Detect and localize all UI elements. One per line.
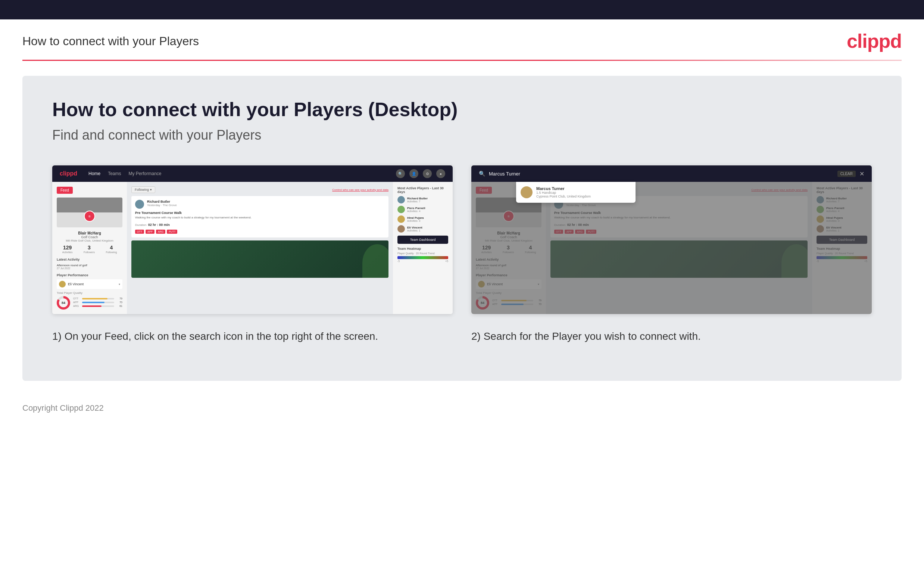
stat-followers: 3 Followers (84, 245, 95, 254)
following-button[interactable]: Following ▾ (131, 186, 155, 193)
player-info-3: Hiral Pujara Activities: 3 (407, 216, 448, 222)
activity-tags: OTT APP ARG PUTT (135, 230, 385, 234)
player-perf-title: Player Performance (57, 273, 122, 277)
activity-card: Richard Butler Yesterday · The Grove Pre… (131, 196, 388, 237)
active-player-2: Piers Parnell Activities: 4 (397, 206, 448, 213)
quality-donut: 84 (57, 296, 70, 310)
screenshot-1-wrapper: clippd Home Teams My Performance 🔍 👤 ⚙ ● (52, 166, 453, 351)
footer: Copyright Clippd 2022 (0, 396, 924, 421)
screenshots-grid: clippd Home Teams My Performance 🔍 👤 ⚙ ● (52, 166, 872, 351)
quality-score: 84 (61, 301, 65, 305)
activity-image (131, 240, 388, 278)
activity-title: Pre Tournament Course Walk (135, 211, 385, 215)
active-players-title: Most Active Players - Last 30 days (397, 186, 448, 194)
latest-activity-section: Latest Activity Afternoon round of golf … (57, 258, 122, 270)
tag-app: APP (146, 230, 154, 234)
mini-player-select[interactable]: Eli Vincent ▾ (57, 279, 122, 289)
mini-app-1: clippd Home Teams My Performance 🔍 👤 ⚙ ● (52, 166, 453, 314)
main-heading: How to connect with your Players (Deskto… (52, 98, 872, 120)
team-dashboard-btn[interactable]: Team Dashboard (397, 235, 448, 244)
logo: clippd (847, 30, 901, 52)
activity-desc: Walking the course with my coach to buil… (135, 216, 385, 219)
clear-button[interactable]: CLEAR (837, 170, 856, 177)
mini-profile-role: Golf Coach (57, 235, 122, 239)
activity-header: Richard Butler Yesterday · The Grove (135, 200, 385, 209)
mini-player-name: Eli Vincent (68, 282, 117, 286)
mini-profile-area: B (57, 198, 122, 227)
mini-search-bar: 🔍 CLEAR ✕ (471, 166, 872, 182)
main-content: How to connect with your Players (Deskto… (23, 76, 901, 381)
chevron-down-icon: ▾ (119, 283, 120, 286)
screenshot-2: 🔍 CLEAR ✕ Marcus Turner 1.5 Handicap (471, 166, 872, 314)
activity-user-name: Richard Butler (147, 200, 177, 203)
latest-activity-label: Latest Activity (57, 258, 122, 261)
mini-nav-icons: 🔍 👤 ⚙ ● (396, 169, 445, 178)
screenshot-2-wrapper: 🔍 CLEAR ✕ Marcus Turner 1.5 Handicap (471, 166, 872, 351)
search-icon[interactable]: 🔍 (396, 169, 405, 178)
mini-profile-name: Blair McHarg (57, 231, 122, 235)
total-quality-label: Total Player Quality (57, 291, 122, 295)
search-result-item[interactable]: Marcus Turner 1.5 Handicap Cypress Point… (521, 186, 631, 198)
duration-row: Duration 02 hr : 00 min (135, 221, 385, 227)
main-subheading: Find and connect with your Players (52, 127, 872, 143)
mini-left-panel-1: Feed B Blair McHarg Golf Coach Mill Ride… (52, 182, 127, 314)
activity-meta: Yesterday · The Grove (147, 203, 177, 207)
mini-profile-bg (57, 198, 122, 213)
player-info-1: Richard Butler Activities: 7 (407, 197, 448, 203)
heatmap-bar (397, 256, 448, 259)
step-1-description: 1) On your Feed, click on the search ico… (52, 314, 453, 351)
settings-icon[interactable]: ⚙ (423, 169, 432, 178)
stat-activities: 129 Activities (62, 245, 73, 254)
mini-nav-teams[interactable]: Teams (108, 171, 121, 176)
search-input[interactable] (489, 171, 834, 177)
latest-activity-date: 27 Jul 2022 (57, 267, 122, 270)
result-info: Marcus Turner 1.5 Handicap Cypress Point… (536, 186, 591, 198)
profile-icon[interactable]: 👤 (409, 169, 418, 178)
close-icon[interactable]: ✕ (859, 170, 864, 177)
stat-following: 4 Following (106, 245, 117, 254)
mini-nav-home[interactable]: Home (89, 171, 100, 176)
search-result-dropdown: Marcus Turner 1.5 Handicap Cypress Point… (516, 182, 636, 203)
page-title: How to connect with your Players (23, 34, 199, 48)
player-avatar-4 (397, 225, 405, 233)
result-name: Marcus Turner (536, 186, 591, 191)
header-divider (23, 60, 901, 61)
mini-app-2: 🔍 CLEAR ✕ Marcus Turner 1.5 Handicap (471, 166, 872, 314)
top-bar (0, 0, 924, 19)
bar-ott: OTT 79 (73, 297, 122, 300)
mini-profile-club: Mill Ride Golf Club, United Kingdom (57, 239, 122, 242)
step-2-description: 2) Search for the Player you wish to con… (471, 314, 872, 351)
result-handicap: 1.5 Handicap (536, 191, 591, 195)
mini-nav-1: clippd Home Teams My Performance 🔍 👤 ⚙ ● (52, 166, 453, 182)
mini-stats-row: 129 Activities 3 Followers 4 Following (57, 245, 122, 254)
player-info-4: Eli Vincent Activities: 1 (407, 226, 448, 232)
screenshot-1: clippd Home Teams My Performance 🔍 👤 ⚙ ● (52, 166, 453, 314)
player-info-2: Piers Parnell Activities: 4 (407, 206, 448, 213)
player-avatar-2 (397, 206, 405, 213)
bar-app: APP 70 (73, 301, 122, 304)
stat-bars: OTT 79 APP (73, 297, 122, 308)
mini-right-panel-1: Most Active Players - Last 30 days Richa… (393, 182, 453, 314)
player-avatar-3 (397, 216, 405, 223)
avatar-icon[interactable]: ● (436, 169, 445, 178)
latest-activity-name: Afternoon round of golf (57, 264, 122, 267)
mini-middle-panel-1: Following ▾ Control who can see your act… (127, 182, 393, 314)
active-player-4: Eli Vincent Activities: 1 (397, 225, 448, 233)
mini-nav-performance[interactable]: My Performance (128, 171, 161, 176)
tag-ott: OTT (135, 230, 144, 234)
donut-area: 84 OTT 79 (57, 296, 122, 310)
player-avatar-1 (397, 196, 405, 203)
mini-player-avatar (59, 281, 66, 287)
control-link[interactable]: Control who can see your activity and da… (332, 188, 388, 192)
tag-arg: ARG (156, 230, 165, 234)
active-player-1: Richard Butler Activities: 7 (397, 196, 448, 203)
search-icon-nav: 🔍 (479, 170, 485, 177)
activity-user-avatar (135, 200, 144, 209)
result-avatar (521, 186, 532, 198)
heatmap-labels: -5 +5 (397, 260, 448, 263)
feed-tab[interactable]: Feed (57, 187, 73, 194)
header: How to connect with your Players clippd (0, 19, 924, 60)
copyright: Copyright Clippd 2022 (23, 403, 104, 412)
bar-arg: ARG 61 (73, 305, 122, 307)
activity-user-info: Richard Butler Yesterday · The Grove (147, 200, 177, 207)
